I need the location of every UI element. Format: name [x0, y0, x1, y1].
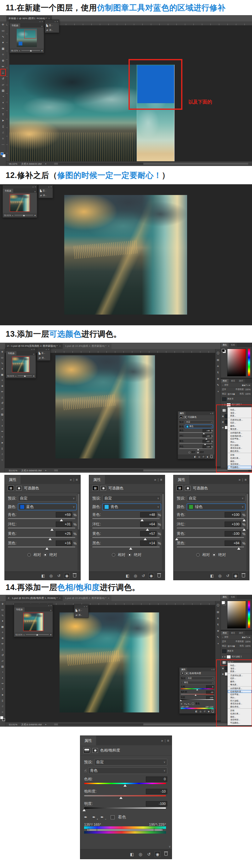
- status-zoom[interactable]: 53.91%: [9, 469, 17, 472]
- hue-range-slider[interactable]: [84, 829, 166, 831]
- slider-value-box[interactable]: +57: [140, 531, 156, 536]
- zoom-out-icon[interactable]: ▴: [19, 50, 20, 52]
- absolute-radio[interactable]: [43, 553, 47, 557]
- previous-state-icon[interactable]: ◎: [48, 573, 53, 578]
- slider-thumb[interactable]: [203, 433, 205, 434]
- histogram-panel-icon[interactable]: ▤: [217, 611, 219, 613]
- adjustments-panel-button[interactable]: ⇄调...: [39, 193, 52, 198]
- channels-tab[interactable]: 通道: [229, 631, 237, 635]
- navigator-tab[interactable]: 导航器: [3, 189, 13, 193]
- dodge-tool-icon[interactable]: ◖: [1, 99, 5, 105]
- clone-source-panel-icon[interactable]: ⊕: [217, 377, 219, 380]
- hand-tool-icon[interactable]: ☝: [1, 129, 5, 135]
- adjustment-menu-item[interactable]: 渐变映射...: [228, 463, 252, 466]
- visibility-eye-icon[interactable]: ◉: [222, 415, 224, 417]
- add-eyedropper-icon[interactable]: ✒+: [92, 815, 97, 820]
- adjustment-menu-item[interactable]: 色调分离...: [228, 712, 252, 715]
- close-icon[interactable]: ×: [33, 348, 35, 351]
- delete-icon[interactable]: [156, 573, 161, 578]
- lock-icons[interactable]: ▨✛⊕▣: [228, 645, 235, 647]
- preset-select[interactable]: 自定: [94, 759, 167, 766]
- slider-thumb[interactable]: [196, 689, 198, 690]
- move-tool-icon[interactable]: ✛: [0, 601, 5, 607]
- lasso-tool-icon[interactable]: ∿: [0, 613, 5, 618]
- crop-tool-icon[interactable]: ▦: [1, 45, 5, 52]
- close-icon[interactable]: ×: [59, 595, 61, 601]
- adjustment-menu-item[interactable]: 纯色...: [228, 408, 252, 411]
- marquee-tool-icon[interactable]: ▭: [1, 27, 5, 33]
- previous-state-icon[interactable]: ◎: [217, 573, 222, 578]
- slider-thumb[interactable]: [82, 809, 86, 811]
- slider-thumb[interactable]: [205, 438, 207, 439]
- adjustment-menu-item[interactable]: 自然饱和度...: [228, 431, 252, 434]
- paths-tab[interactable]: 路径: [237, 631, 245, 635]
- slider-value-box[interactable]: +84: [225, 540, 241, 546]
- slider-track[interactable]: [177, 536, 244, 540]
- adjustments-panel-button[interactable]: ⇄调...: [37, 355, 50, 360]
- adjustment-menu-item[interactable]: 颜色查找...: [228, 705, 252, 709]
- slider-value-box[interactable]: +25: [56, 531, 72, 536]
- collapse-icon[interactable]: «: [46, 348, 47, 351]
- panel-collapse-icon[interactable]: »: [154, 478, 156, 482]
- color-swatches[interactable]: [1, 152, 5, 157]
- adjustment-menu-item[interactable]: 色相/饱和度...: [228, 434, 252, 438]
- brush-tool-icon[interactable]: ✏: [0, 641, 5, 647]
- slider-value-box[interactable]: +100: [225, 522, 241, 527]
- histogram-panel-button[interactable]: ▙直...: [39, 188, 52, 193]
- zoom-in-icon[interactable]: ▴: [33, 374, 34, 377]
- adjustment-menu-item[interactable]: 可选颜色...: [228, 466, 252, 469]
- filter-type-label[interactable]: 类型: [224, 384, 228, 386]
- paths-tab[interactable]: 路径: [237, 379, 245, 383]
- path-select-tool-icon[interactable]: ➤: [0, 692, 5, 698]
- adjustment-menu-item[interactable]: 颜色查找...: [228, 450, 252, 454]
- slider-value-box[interactable]: +48: [140, 512, 156, 518]
- subtract-eyedropper-icon[interactable]: ✒−: [101, 815, 106, 820]
- marquee-tool-icon[interactable]: ▭: [0, 607, 5, 613]
- lock-icons[interactable]: ▨✛⊕▣: [228, 393, 235, 395]
- document-tab-inactive[interactable]: 1.psd @ 22.8%(曲线 2, 图层蒙版/8) *×: [63, 595, 111, 601]
- histogram-panel-button[interactable]: ▙直...: [45, 23, 59, 28]
- slider-track[interactable]: [181, 699, 214, 701]
- slider-value-box[interactable]: -10: [146, 789, 167, 794]
- vertical-scrollbar[interactable]: [162, 493, 165, 570]
- slider-track[interactable]: [92, 546, 160, 550]
- visibility-eye-icon[interactable]: ◉: [206, 456, 209, 459]
- histogram-panel-button[interactable]: ▙直...: [37, 351, 50, 355]
- move-tool-icon[interactable]: ✛: [0, 349, 4, 354]
- delete-icon[interactable]: [211, 710, 214, 713]
- filter-type-label[interactable]: 类型: [224, 636, 228, 639]
- slider-thumb[interactable]: [197, 449, 199, 450]
- delete-icon[interactable]: [241, 573, 246, 578]
- adjustment-menu-item[interactable]: 可选颜色...: [228, 721, 252, 724]
- foreground-color-swatch[interactable]: [0, 716, 3, 719]
- properties-tab[interactable]: 属性: [80, 736, 96, 745]
- previous-state-icon[interactable]: ◎: [199, 710, 202, 713]
- search-icon[interactable]: ○: [222, 636, 223, 638]
- close-icon[interactable]: ×: [50, 604, 52, 607]
- visibility-eye-icon[interactable]: ◉: [222, 673, 224, 675]
- histogram-panel-button[interactable]: ▙直...: [74, 608, 88, 613]
- brush-settings-panel-icon[interactable]: ✎: [217, 384, 219, 386]
- slider-track[interactable]: [8, 527, 75, 531]
- blend-mode-select[interactable]: 正常: [222, 640, 226, 643]
- close-icon[interactable]: ×: [50, 185, 52, 188]
- history-brush-tool-icon[interactable]: ↺: [0, 652, 5, 658]
- clip-to-layer-icon[interactable]: ◧: [210, 573, 215, 578]
- navigator-zoom-slider[interactable]: [14, 215, 33, 216]
- colorize-checkbox[interactable]: [192, 703, 194, 705]
- slider-track[interactable]: [92, 536, 160, 540]
- layer-row[interactable]: ◐8照片滤镜 1: [221, 654, 252, 660]
- slider-thumb[interactable]: [144, 538, 147, 540]
- absolute-radio[interactable]: [212, 553, 216, 557]
- adjustment-menu-item[interactable]: 阈值...: [228, 460, 252, 463]
- panel-menu-icon[interactable]: ≡: [160, 478, 162, 482]
- visibility-eye-icon[interactable]: ◉: [222, 426, 224, 429]
- eyedropper-tool-icon[interactable]: ✧: [0, 629, 5, 635]
- quick-select-tool-icon[interactable]: ✦: [1, 39, 5, 45]
- collapse-icon[interactable]: «: [55, 20, 56, 23]
- panel-menu-icon[interactable]: ≡: [41, 25, 44, 27]
- navigator-thumbnail[interactable]: [23, 613, 43, 631]
- layer-row[interactable]: 图层 8: [221, 396, 252, 402]
- adjustment-menu-item[interactable]: 亮度/对比度...: [228, 418, 252, 422]
- type-tool-icon[interactable]: T: [0, 686, 5, 692]
